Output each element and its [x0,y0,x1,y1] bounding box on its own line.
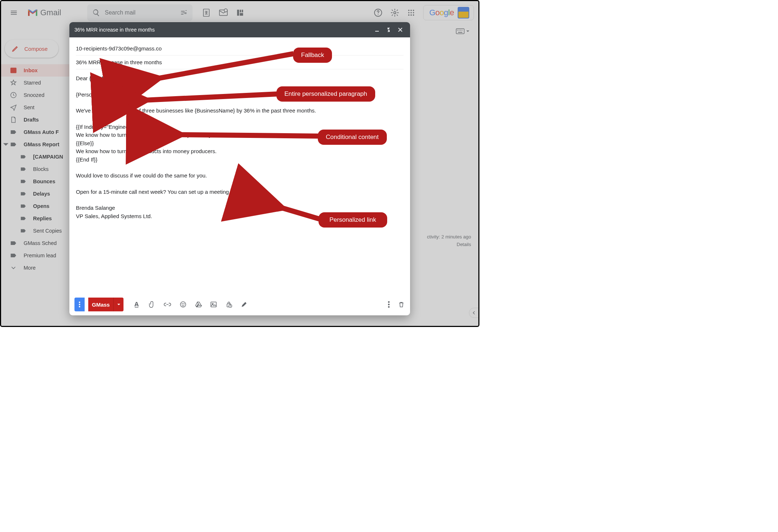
mail-badge-icon[interactable] [219,8,228,17]
send-options-button[interactable] [74,298,85,311]
drive-icon[interactable] [195,301,202,308]
svg-point-28 [79,304,80,305]
keyboard-icon [456,28,465,34]
tune-icon[interactable] [180,9,187,16]
formatting-tools [133,300,248,308]
discuss-line: Would love to discuss if we could do the… [76,172,404,180]
fullscreen-exit-icon [386,27,391,32]
side-panel-toggle[interactable] [469,308,479,318]
activity-info: ctivity: 2 minutes ago Details [427,233,471,249]
link-icon[interactable] [163,300,171,308]
tag-icon [20,215,27,222]
svg-rect-24 [458,32,462,33]
nav-label: Snoozed [24,92,44,98]
arrow-paragraph [132,92,281,108]
svg-rect-22 [460,30,461,30]
input-tools[interactable] [456,28,470,34]
search-bar[interactable]: Search mail [87,4,193,21]
meeting-link[interactable]: here [242,189,253,195]
search-icon [92,9,100,17]
compose-titlebar[interactable]: 36% MRR increase in three months [69,22,410,37]
dropdown-icon [466,29,470,33]
discard-icon[interactable] [398,301,405,308]
gmail-icon [27,8,38,17]
svg-rect-20 [457,30,458,30]
svg-point-12 [413,10,414,11]
svg-rect-21 [459,30,459,30]
gmass-send-button[interactable]: GMass [88,298,123,311]
nav-label: Starred [24,80,41,86]
arrow-fallback [145,53,297,87]
cond-end: {{End If}} [76,156,404,164]
svg-rect-5 [242,10,243,12]
svg-point-9 [394,12,396,14]
inbox-icon [10,67,17,74]
confidential-icon[interactable] [225,301,232,308]
boost-line: We've boosted the MRR of three businesse… [76,107,404,115]
fullscreen-exit-button[interactable] [384,25,393,34]
account-pill[interactable]: Google [423,5,474,20]
gmass-dropdown[interactable] [113,298,123,311]
tag-icon [10,128,17,136]
emoji-icon[interactable] [179,301,187,308]
svg-point-32 [182,304,183,304]
svg-point-14 [410,12,412,13]
sheet-icon[interactable] [202,8,211,17]
svg-rect-30 [135,307,138,308]
gmail-logo[interactable]: Gmail [27,8,61,17]
more-options-icon[interactable] [388,301,390,308]
pen-icon[interactable] [240,301,248,308]
chevron-left-icon [471,310,477,315]
svg-rect-19 [456,29,464,34]
svg-point-38 [388,301,390,303]
app-header: Gmail Search mail Google [1,1,478,24]
annotation-conditional: Conditional content [318,130,387,145]
svg-point-2 [224,9,228,12]
file-icon [10,116,17,123]
svg-point-29 [79,306,80,307]
caret-down-icon[interactable] [3,141,9,148]
svg-rect-6 [240,13,243,16]
close-button[interactable] [396,25,405,34]
gmass-label: GMass [88,302,113,308]
sidebar-item-gmass-report[interactable]: GMass Report [9,138,59,151]
minimize-icon [374,27,380,32]
svg-point-27 [79,302,80,303]
svg-point-31 [181,302,186,307]
grid-panel-icon[interactable] [236,8,244,17]
compose-actions-right [388,301,405,308]
tag-icon [20,228,27,234]
star-icon [10,79,17,86]
app-name: Gmail [40,8,61,17]
annotation-fallback: Fallback [293,48,332,63]
svg-point-10 [408,10,410,11]
svg-point-8 [378,14,378,15]
clock-icon [10,91,17,99]
text-format-icon[interactable] [133,301,140,308]
svg-point-16 [408,15,410,16]
apps-icon[interactable] [407,9,415,17]
svg-point-39 [388,304,390,306]
image-icon[interactable] [210,301,217,308]
svg-rect-34 [211,302,216,307]
compose-label: Compose [24,46,48,52]
svg-rect-23 [462,30,462,30]
chevron-down-icon [10,264,17,271]
svg-point-40 [388,306,390,308]
nav-label: Drafts [24,117,39,123]
minimize-button[interactable] [372,25,382,34]
annotation-paragraph: Entire personalized paragraph [276,86,375,102]
google-label: Google [429,8,454,17]
attach-icon[interactable] [148,301,155,308]
help-icon[interactable] [374,8,382,17]
details-link[interactable]: Details [427,241,471,249]
extension-icons [202,8,244,17]
settings-icon[interactable] [390,8,399,17]
tag-icon [10,252,17,259]
arrow-conditional [166,131,323,143]
arrow-link [268,202,326,226]
main-menu-button[interactable] [5,4,22,21]
account-avatar [458,7,469,19]
compose-button[interactable]: Compose [5,40,58,58]
annotation-link: Personalized link [319,212,387,228]
